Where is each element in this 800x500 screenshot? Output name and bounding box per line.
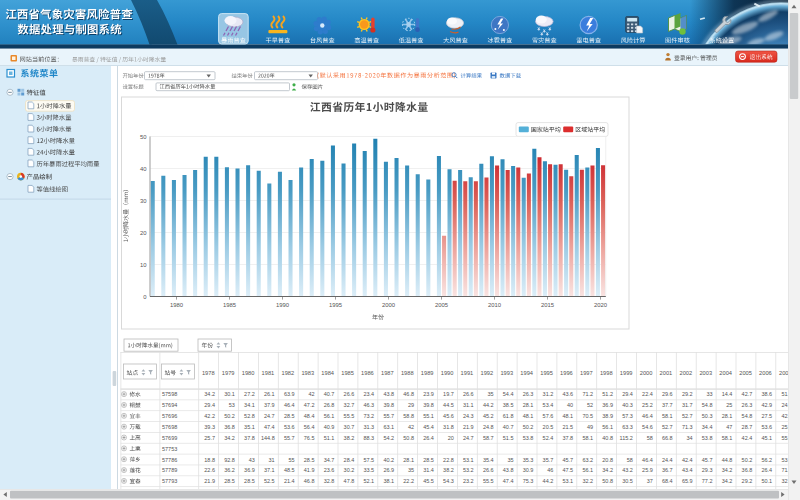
svg-text:63.9: 63.9: [284, 391, 295, 397]
svg-text:36.7: 36.7: [662, 467, 673, 473]
svg-text:23.2: 23.2: [463, 478, 474, 484]
svg-text:54.2: 54.2: [383, 435, 394, 441]
svg-text:43: 43: [249, 457, 255, 463]
svg-text:58.1: 58.1: [582, 435, 593, 441]
svg-text:34.2: 34.2: [204, 391, 215, 397]
svg-text:14.4: 14.4: [722, 391, 733, 397]
svg-text:52.8: 52.8: [244, 413, 255, 419]
svg-text:50.8: 50.8: [602, 478, 613, 484]
svg-text:47.2: 47.2: [304, 402, 315, 408]
svg-text:42.2: 42.2: [204, 413, 215, 419]
svg-text:34.2: 34.2: [722, 478, 733, 484]
svg-text:37.7: 37.7: [662, 402, 673, 408]
svg-text:34.4: 34.4: [702, 424, 713, 430]
svg-text:54.8: 54.8: [742, 413, 753, 419]
svg-text:46.4: 46.4: [642, 413, 653, 419]
svg-text:54.4: 54.4: [503, 391, 514, 397]
svg-text:144.8: 144.8: [261, 435, 275, 441]
svg-text:30: 30: [140, 198, 147, 204]
svg-text:57793: 57793: [162, 478, 177, 484]
svg-text:44.2: 44.2: [543, 478, 554, 484]
svg-text:52.4: 52.4: [543, 435, 554, 441]
svg-text:54.8: 54.8: [702, 402, 713, 408]
svg-text:50.2: 50.2: [742, 457, 753, 463]
svg-text:53.1: 53.1: [463, 457, 474, 463]
svg-text:22.4: 22.4: [642, 391, 653, 397]
svg-text:57598: 57598: [162, 391, 177, 397]
svg-text:36.8: 36.8: [224, 424, 235, 430]
svg-text:2000: 2000: [640, 370, 653, 376]
svg-text:1992: 1992: [481, 370, 494, 376]
svg-text:1985: 1985: [341, 370, 354, 376]
svg-text:46.4: 46.4: [642, 457, 653, 463]
svg-text:57.6: 57.6: [543, 413, 554, 419]
svg-text:47.5: 47.5: [562, 467, 573, 473]
svg-text:28.1: 28.1: [523, 402, 534, 408]
svg-text:40.7: 40.7: [324, 391, 335, 397]
svg-text:2010: 2010: [488, 302, 502, 308]
svg-text:34.1: 34.1: [244, 402, 255, 408]
svg-text:20.8: 20.8: [602, 457, 613, 463]
svg-text:42.4: 42.4: [682, 457, 693, 463]
svg-text:40.2: 40.2: [383, 457, 394, 463]
svg-text:24.7: 24.7: [463, 435, 474, 441]
svg-text:31.2: 31.2: [543, 391, 554, 397]
svg-text:42: 42: [408, 424, 414, 430]
svg-text:1991: 1991: [461, 370, 474, 376]
svg-text:45.7: 45.7: [702, 457, 713, 463]
svg-text:30.5: 30.5: [622, 478, 633, 484]
svg-text:39.3: 39.3: [204, 424, 215, 430]
svg-text:32.8: 32.8: [324, 478, 335, 484]
svg-text:42: 42: [308, 391, 314, 397]
svg-text:2001: 2001: [660, 370, 673, 376]
svg-text:56.1: 56.1: [582, 467, 593, 473]
svg-text:37: 37: [647, 478, 653, 484]
svg-text:42.4: 42.4: [742, 435, 753, 441]
svg-text:1997: 1997: [580, 370, 593, 376]
svg-text:47.8: 47.8: [344, 478, 355, 484]
svg-text:30.7: 30.7: [344, 424, 355, 430]
svg-text:50.2: 50.2: [523, 424, 534, 430]
svg-text:26.8: 26.8: [324, 402, 335, 408]
svg-text:2020: 2020: [594, 302, 608, 308]
svg-text:26.3: 26.3: [742, 402, 753, 408]
svg-text:26.6: 26.6: [344, 391, 355, 397]
svg-text:23.4: 23.4: [363, 391, 374, 397]
svg-text:40.7: 40.7: [503, 424, 514, 430]
svg-text:115.2: 115.2: [620, 435, 633, 441]
svg-text:57698: 57698: [162, 424, 177, 430]
svg-text:53.4: 53.4: [543, 402, 554, 408]
svg-text:31.8: 31.8: [443, 424, 454, 430]
svg-text:1993: 1993: [500, 370, 513, 376]
svg-text:57696: 57696: [162, 413, 177, 419]
svg-text:63.1: 63.1: [383, 424, 394, 430]
svg-text:35: 35: [487, 391, 493, 397]
svg-text:49: 49: [587, 424, 593, 430]
svg-text:19.7: 19.7: [443, 391, 454, 397]
svg-text:1995: 1995: [540, 370, 553, 376]
svg-text:50: 50: [140, 134, 147, 140]
svg-text:57694: 57694: [162, 402, 177, 408]
svg-text:57789: 57789: [162, 467, 177, 473]
svg-text:21.5: 21.5: [562, 424, 573, 430]
svg-text:34.2: 34.2: [722, 467, 733, 473]
svg-text:2000: 2000: [382, 302, 396, 308]
svg-text:28.1: 28.1: [722, 413, 733, 419]
svg-text:38.2: 38.2: [443, 467, 454, 473]
svg-text:20.5: 20.5: [543, 424, 554, 430]
svg-text:29.2: 29.2: [682, 391, 693, 397]
svg-text:33.5: 33.5: [363, 467, 374, 473]
svg-text:56.2: 56.2: [761, 457, 772, 463]
svg-text:50.1: 50.1: [761, 478, 772, 484]
svg-text:54.6: 54.6: [642, 424, 653, 430]
svg-text:21.9: 21.9: [204, 478, 215, 484]
svg-text:43.8: 43.8: [383, 391, 394, 397]
svg-text:36.2: 36.2: [224, 467, 235, 473]
svg-text:24.3: 24.3: [463, 413, 474, 419]
svg-text:45.1: 45.1: [761, 435, 772, 441]
svg-text:1981: 1981: [262, 370, 275, 376]
svg-text:37.1: 37.1: [264, 467, 275, 473]
svg-text:43.4: 43.4: [682, 467, 693, 473]
svg-text:54.3: 54.3: [443, 478, 454, 484]
svg-text:31.1: 31.1: [463, 402, 474, 408]
